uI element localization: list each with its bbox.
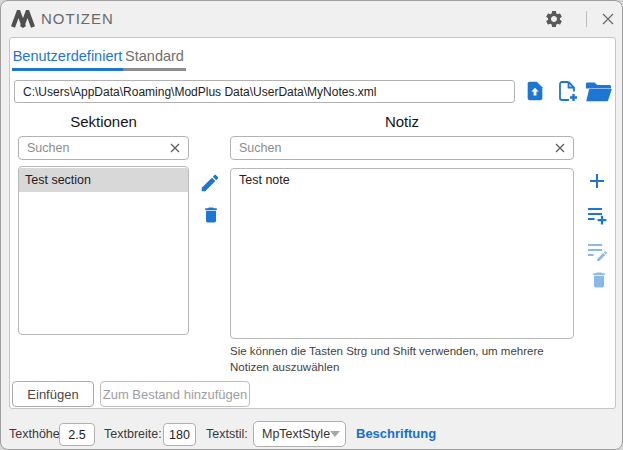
text-height-input[interactable]	[59, 423, 95, 446]
text-height-label: Texthöhe:	[9, 427, 63, 441]
notes-search-clear-button[interactable]	[550, 138, 570, 158]
add-icon	[587, 171, 607, 191]
add-multiple-icon	[585, 203, 609, 227]
file-add-button[interactable]	[555, 79, 579, 103]
titlebar-separator	[586, 11, 587, 27]
note-text-area[interactable]: Test note	[230, 168, 574, 339]
window-title: NOTIZEN	[41, 10, 114, 27]
close-button[interactable]	[596, 8, 620, 30]
trash-icon	[589, 270, 609, 290]
notes-search	[230, 136, 574, 160]
text-width-input[interactable]	[163, 423, 196, 446]
chevron-down-icon	[330, 431, 340, 437]
trash-icon	[201, 205, 221, 225]
edit-icon	[199, 172, 221, 194]
sections-search-clear-button[interactable]	[165, 138, 185, 158]
titlebar: NOTIZEN	[1, 1, 622, 37]
folder-browse-button[interactable]	[585, 81, 613, 102]
edit-section-button[interactable]	[198, 171, 222, 195]
text-style-value: MpTextStyle	[262, 427, 330, 441]
edit-multiple-icon	[585, 239, 609, 263]
annotation-link[interactable]: Beschriftung	[356, 426, 436, 441]
clear-x-icon	[169, 142, 181, 154]
file-upload-icon	[524, 80, 546, 102]
close-icon	[600, 11, 616, 27]
file-add-icon	[555, 79, 579, 103]
notizen-window: NOTIZEN Benutzerdefiniert	[0, 0, 623, 450]
text-width-label: Textbreite:	[104, 427, 162, 441]
notes-search-input[interactable]	[230, 136, 574, 160]
modplus-logo-icon	[11, 10, 35, 28]
tab-label: Benutzerdefiniert	[13, 48, 123, 64]
insert-button[interactable]: Einfügen	[12, 381, 94, 407]
tab-standard[interactable]: Standard	[123, 45, 186, 75]
gear-icon	[544, 9, 564, 29]
multi-select-hint: Sie können die Tasten Strg und Shift ver…	[230, 343, 578, 375]
clear-x-icon	[554, 142, 566, 154]
sections-search	[18, 136, 189, 160]
delete-section-button[interactable]	[199, 203, 223, 227]
folder-open-icon	[585, 81, 613, 102]
sections-header: Sektionen	[18, 113, 189, 130]
file-path-input[interactable]	[14, 80, 515, 103]
text-style-label: Textstil:	[206, 427, 248, 441]
add-note-button[interactable]	[585, 169, 609, 193]
add-multiple-notes-button[interactable]	[584, 202, 610, 228]
tab-benutzerdefiniert[interactable]: Benutzerdefiniert	[12, 45, 123, 75]
list-item[interactable]: Test section	[19, 168, 188, 192]
sections-search-input[interactable]	[18, 136, 189, 160]
tab-underline	[12, 68, 123, 71]
file-upload-button[interactable]	[523, 79, 547, 103]
text-style-dropdown[interactable]: MpTextStyle	[253, 421, 346, 447]
tab-bar: Benutzerdefiniert Standard	[12, 45, 186, 75]
tab-label: Standard	[125, 48, 184, 64]
main-panel: Benutzerdefiniert Standard	[9, 37, 616, 409]
sections-list[interactable]: Test section	[18, 166, 189, 335]
tab-underline	[123, 68, 186, 71]
notes-header: Notiz	[230, 113, 574, 130]
footer-bar: Texthöhe: Textbreite: Textstil: MpTextSt…	[1, 409, 622, 450]
delete-note-button[interactable]	[587, 268, 611, 292]
settings-button[interactable]	[542, 8, 566, 30]
add-to-stock-button[interactable]: Zum Bestand hinzufügen	[100, 381, 250, 407]
edit-multiple-notes-button[interactable]	[584, 238, 610, 264]
